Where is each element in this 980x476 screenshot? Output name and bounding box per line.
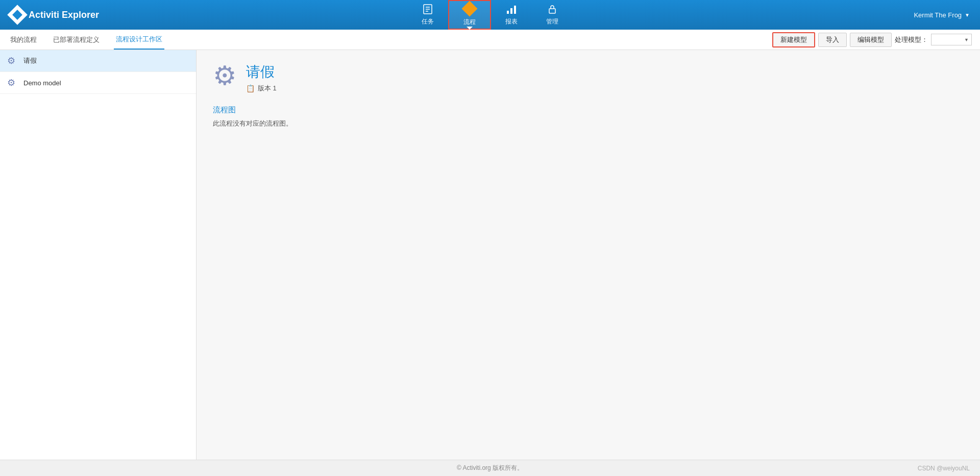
- reports-icon: [506, 4, 517, 16]
- sidebar-item-demo[interactable]: ⚙ Demo model: [0, 72, 196, 94]
- detail-header: ⚙ 请假 📋 版本 1: [213, 62, 964, 93]
- tasks-icon: [422, 4, 433, 16]
- manage-label: 管理: [546, 17, 558, 26]
- svg-rect-5: [510, 8, 512, 14]
- svg-rect-6: [514, 6, 516, 14]
- edit-model-button[interactable]: 编辑模型: [850, 33, 892, 47]
- sidebar: ⚙ 请假 ⚙ Demo model: [0, 50, 197, 460]
- main-content: ⚙ 请假 ⚙ Demo model ⚙ 请假 📋 版本 1 流程图 此流程没有对…: [0, 50, 980, 460]
- process-model-select-wrapper: [931, 34, 972, 45]
- manage-icon: [547, 4, 558, 16]
- gear-icon-demo: ⚙: [7, 77, 18, 88]
- sidebar-label-qingjia: 请假: [23, 56, 37, 65]
- footer: © Activiti.org 版权所有。 CSDN @weiyouNL: [0, 460, 980, 476]
- detail-gear-icon: ⚙: [213, 62, 237, 89]
- nav-item-manage[interactable]: 管理: [532, 0, 573, 30]
- topbar: Activiti Explorer 任务 流程: [0, 0, 980, 30]
- section-title: 流程图: [213, 105, 964, 115]
- process-model-label: 处理模型：: [895, 35, 928, 44]
- logo[interactable]: Activiti Explorer: [10, 8, 99, 22]
- logo-diamond-icon: [7, 5, 28, 25]
- detail-version: 📋 版本 1: [246, 84, 277, 93]
- nav-center: 任务 流程 报表: [407, 0, 573, 30]
- app-title: Activiti Explorer: [29, 10, 99, 20]
- flow-label: 流程: [463, 18, 476, 27]
- copy-icon: 📋: [246, 84, 255, 92]
- detail-section: 流程图 此流程没有对应的流程图。: [213, 105, 964, 128]
- subbar: 我的流程 已部署流程定义 流程设计工作区 新建模型 导入 编辑模型 处理模型：: [0, 30, 980, 50]
- subbar-item-my-flow[interactable]: 我的流程: [8, 30, 39, 50]
- subbar-item-deployed[interactable]: 已部署流程定义: [51, 30, 102, 50]
- subbar-item-designer[interactable]: 流程设计工作区: [114, 30, 164, 50]
- nav-item-flow[interactable]: 流程: [448, 0, 491, 30]
- reports-label: 报表: [505, 17, 518, 26]
- nav-item-tasks[interactable]: 任务: [407, 0, 448, 30]
- detail-title-block: 请假 📋 版本 1: [246, 62, 277, 93]
- detail-title: 请假: [246, 62, 277, 82]
- user-dropdown-icon: ▼: [965, 12, 970, 18]
- footer-copyright: © Activiti.org 版权所有。: [457, 464, 523, 472]
- username: Kermit The Frog: [914, 11, 962, 19]
- new-model-button[interactable]: 新建模型: [772, 32, 815, 47]
- tasks-label: 任务: [422, 17, 434, 26]
- user-area[interactable]: Kermit The Frog ▼: [914, 11, 970, 19]
- sidebar-label-demo: Demo model: [23, 79, 61, 87]
- flow-icon: [464, 3, 475, 17]
- process-model-select[interactable]: [931, 34, 972, 45]
- section-desc: 此流程没有对应的流程图。: [213, 119, 964, 128]
- nav-item-reports[interactable]: 报表: [491, 0, 532, 30]
- detail-panel: ⚙ 请假 📋 版本 1 流程图 此流程没有对应的流程图。: [197, 50, 980, 460]
- active-arrow: [467, 27, 473, 30]
- svg-rect-7: [549, 9, 555, 13]
- import-button[interactable]: 导入: [818, 33, 847, 47]
- svg-rect-4: [507, 11, 509, 14]
- sidebar-item-qingjia[interactable]: ⚙ 请假: [0, 50, 196, 72]
- gear-icon-qingjia: ⚙: [7, 55, 18, 66]
- footer-credit: CSDN @weiyouNL: [918, 465, 970, 472]
- subbar-actions: 新建模型 导入 编辑模型 处理模型：: [772, 32, 972, 47]
- version-text: 版本 1: [258, 84, 277, 93]
